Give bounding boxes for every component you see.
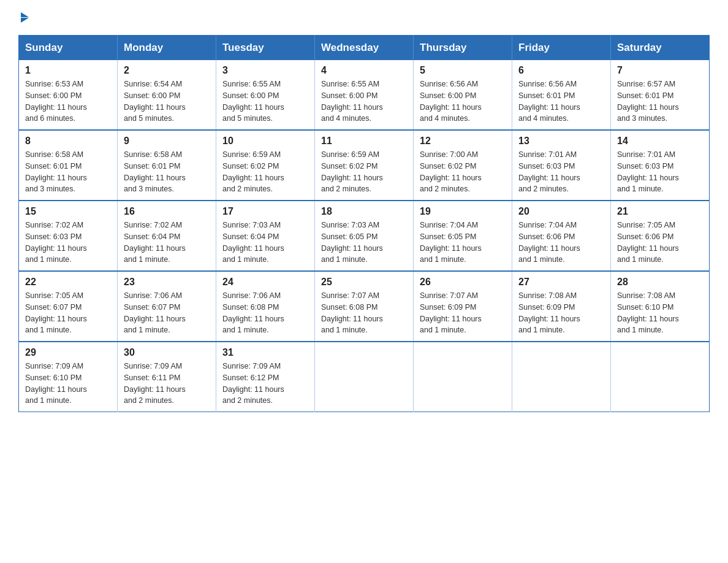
calendar-cell: 23 Sunrise: 7:06 AMSunset: 6:07 PMDaylig…	[118, 271, 216, 342]
day-number: 21	[617, 206, 703, 217]
calendar-cell: 17 Sunrise: 7:03 AMSunset: 6:04 PMDaylig…	[216, 201, 315, 271]
day-number: 25	[321, 277, 407, 288]
calendar-cell	[611, 342, 710, 412]
calendar-cell: 25 Sunrise: 7:07 AMSunset: 6:08 PMDaylig…	[315, 271, 414, 342]
day-info: Sunrise: 6:55 AMSunset: 6:00 PMDaylight:…	[321, 79, 407, 124]
day-info: Sunrise: 7:01 AMSunset: 6:03 PMDaylight:…	[617, 149, 703, 195]
day-info: Sunrise: 7:09 AMSunset: 6:12 PMDaylight:…	[222, 361, 308, 407]
weekday-header-thursday: Thursday	[414, 36, 512, 61]
day-number: 9	[124, 136, 210, 147]
calendar-week-row: 22 Sunrise: 7:05 AMSunset: 6:07 PMDaylig…	[19, 271, 710, 342]
day-info: Sunrise: 7:03 AMSunset: 6:05 PMDaylight:…	[321, 220, 407, 266]
day-number: 16	[124, 206, 210, 217]
calendar-cell	[315, 342, 414, 412]
day-number: 17	[222, 206, 308, 217]
day-info: Sunrise: 6:54 AMSunset: 6:00 PMDaylight:…	[124, 79, 210, 124]
day-info: Sunrise: 6:57 AMSunset: 6:01 PMDaylight:…	[617, 79, 703, 124]
calendar-cell: 14 Sunrise: 7:01 AMSunset: 6:03 PMDaylig…	[611, 130, 710, 201]
calendar-cell: 28 Sunrise: 7:08 AMSunset: 6:10 PMDaylig…	[611, 271, 710, 342]
day-info: Sunrise: 6:59 AMSunset: 6:02 PMDaylight:…	[222, 149, 308, 195]
calendar-week-row: 29 Sunrise: 7:09 AMSunset: 6:10 PMDaylig…	[19, 342, 710, 412]
day-number: 7	[617, 65, 703, 76]
calendar-cell: 13 Sunrise: 7:01 AMSunset: 6:03 PMDaylig…	[512, 130, 611, 201]
calendar-week-row: 8 Sunrise: 6:58 AMSunset: 6:01 PMDayligh…	[19, 130, 710, 201]
day-info: Sunrise: 7:06 AMSunset: 6:07 PMDaylight:…	[124, 290, 210, 336]
day-number: 10	[222, 136, 308, 147]
calendar-cell	[512, 342, 611, 412]
day-info: Sunrise: 7:07 AMSunset: 6:08 PMDaylight:…	[321, 290, 407, 336]
calendar-cell: 4 Sunrise: 6:55 AMSunset: 6:00 PMDayligh…	[315, 60, 414, 130]
calendar-cell: 6 Sunrise: 6:56 AMSunset: 6:01 PMDayligh…	[512, 60, 611, 130]
calendar-table: SundayMondayTuesdayWednesdayThursdayFrid…	[18, 35, 710, 412]
day-number: 20	[518, 206, 604, 217]
calendar-cell: 22 Sunrise: 7:05 AMSunset: 6:07 PMDaylig…	[19, 271, 118, 342]
calendar-cell: 19 Sunrise: 7:04 AMSunset: 6:05 PMDaylig…	[414, 201, 512, 271]
day-info: Sunrise: 6:59 AMSunset: 6:02 PMDaylight:…	[321, 149, 407, 195]
day-number: 27	[518, 277, 604, 288]
day-number: 12	[420, 136, 506, 147]
day-number: 14	[617, 136, 703, 147]
day-info: Sunrise: 7:04 AMSunset: 6:05 PMDaylight:…	[420, 220, 506, 266]
page-header	[18, 12, 710, 23]
weekday-header-tuesday: Tuesday	[216, 36, 315, 61]
day-info: Sunrise: 6:58 AMSunset: 6:01 PMDaylight:…	[124, 149, 210, 195]
calendar-cell: 5 Sunrise: 6:56 AMSunset: 6:00 PMDayligh…	[414, 60, 512, 130]
calendar-cell: 20 Sunrise: 7:04 AMSunset: 6:06 PMDaylig…	[512, 201, 611, 271]
calendar-cell: 24 Sunrise: 7:06 AMSunset: 6:08 PMDaylig…	[216, 271, 315, 342]
day-number: 13	[518, 136, 604, 147]
day-info: Sunrise: 6:55 AMSunset: 6:00 PMDaylight:…	[222, 79, 308, 124]
day-number: 24	[222, 277, 308, 288]
day-info: Sunrise: 7:07 AMSunset: 6:09 PMDaylight:…	[420, 290, 506, 336]
day-number: 22	[25, 277, 111, 288]
day-number: 28	[617, 277, 703, 288]
day-info: Sunrise: 7:02 AMSunset: 6:04 PMDaylight:…	[124, 220, 210, 266]
calendar-body: 1 Sunrise: 6:53 AMSunset: 6:00 PMDayligh…	[19, 60, 710, 412]
day-number: 15	[25, 206, 111, 217]
day-info: Sunrise: 6:53 AMSunset: 6:00 PMDaylight:…	[25, 79, 111, 124]
day-info: Sunrise: 7:05 AMSunset: 6:06 PMDaylight:…	[617, 220, 703, 266]
day-number: 23	[124, 277, 210, 288]
day-info: Sunrise: 7:08 AMSunset: 6:09 PMDaylight:…	[518, 290, 604, 336]
calendar-header: SundayMondayTuesdayWednesdayThursdayFrid…	[19, 36, 710, 61]
day-number: 8	[25, 136, 111, 147]
calendar-cell: 26 Sunrise: 7:07 AMSunset: 6:09 PMDaylig…	[414, 271, 512, 342]
day-number: 6	[518, 65, 604, 76]
calendar-cell: 11 Sunrise: 6:59 AMSunset: 6:02 PMDaylig…	[315, 130, 414, 201]
day-info: Sunrise: 7:04 AMSunset: 6:06 PMDaylight:…	[518, 220, 604, 266]
day-number: 1	[25, 65, 111, 76]
calendar-week-row: 15 Sunrise: 7:02 AMSunset: 6:03 PMDaylig…	[19, 201, 710, 271]
day-info: Sunrise: 7:00 AMSunset: 6:02 PMDaylight:…	[420, 149, 506, 195]
weekday-header-monday: Monday	[118, 36, 216, 61]
day-info: Sunrise: 7:08 AMSunset: 6:10 PMDaylight:…	[617, 290, 703, 336]
day-info: Sunrise: 7:06 AMSunset: 6:08 PMDaylight:…	[222, 290, 308, 336]
calendar-cell: 10 Sunrise: 6:59 AMSunset: 6:02 PMDaylig…	[216, 130, 315, 201]
day-info: Sunrise: 7:01 AMSunset: 6:03 PMDaylight:…	[518, 149, 604, 195]
day-number: 30	[124, 347, 210, 358]
weekday-header-wednesday: Wednesday	[315, 36, 414, 61]
calendar-cell: 30 Sunrise: 7:09 AMSunset: 6:11 PMDaylig…	[118, 342, 216, 412]
logo-icon	[18, 12, 29, 23]
calendar-cell: 1 Sunrise: 6:53 AMSunset: 6:00 PMDayligh…	[19, 60, 118, 130]
day-info: Sunrise: 7:03 AMSunset: 6:04 PMDaylight:…	[222, 220, 308, 266]
day-number: 31	[222, 347, 308, 358]
calendar-cell: 3 Sunrise: 6:55 AMSunset: 6:00 PMDayligh…	[216, 60, 315, 130]
calendar-cell: 21 Sunrise: 7:05 AMSunset: 6:06 PMDaylig…	[611, 201, 710, 271]
calendar-cell: 16 Sunrise: 7:02 AMSunset: 6:04 PMDaylig…	[118, 201, 216, 271]
day-number: 3	[222, 65, 308, 76]
day-info: Sunrise: 6:56 AMSunset: 6:00 PMDaylight:…	[420, 79, 506, 124]
day-number: 11	[321, 136, 407, 147]
calendar-cell: 29 Sunrise: 7:09 AMSunset: 6:10 PMDaylig…	[19, 342, 118, 412]
calendar-cell: 27 Sunrise: 7:08 AMSunset: 6:09 PMDaylig…	[512, 271, 611, 342]
day-info: Sunrise: 7:09 AMSunset: 6:10 PMDaylight:…	[25, 361, 111, 407]
day-number: 5	[420, 65, 506, 76]
day-info: Sunrise: 6:56 AMSunset: 6:01 PMDaylight:…	[518, 79, 604, 124]
weekday-header-friday: Friday	[512, 36, 611, 61]
day-info: Sunrise: 7:05 AMSunset: 6:07 PMDaylight:…	[25, 290, 111, 336]
day-number: 26	[420, 277, 506, 288]
day-info: Sunrise: 7:09 AMSunset: 6:11 PMDaylight:…	[124, 361, 210, 407]
weekday-header-sunday: Sunday	[19, 36, 118, 61]
logo	[18, 12, 29, 23]
calendar-cell: 8 Sunrise: 6:58 AMSunset: 6:01 PMDayligh…	[19, 130, 118, 201]
weekday-header-row: SundayMondayTuesdayWednesdayThursdayFrid…	[19, 36, 710, 61]
calendar-cell: 7 Sunrise: 6:57 AMSunset: 6:01 PMDayligh…	[611, 60, 710, 130]
